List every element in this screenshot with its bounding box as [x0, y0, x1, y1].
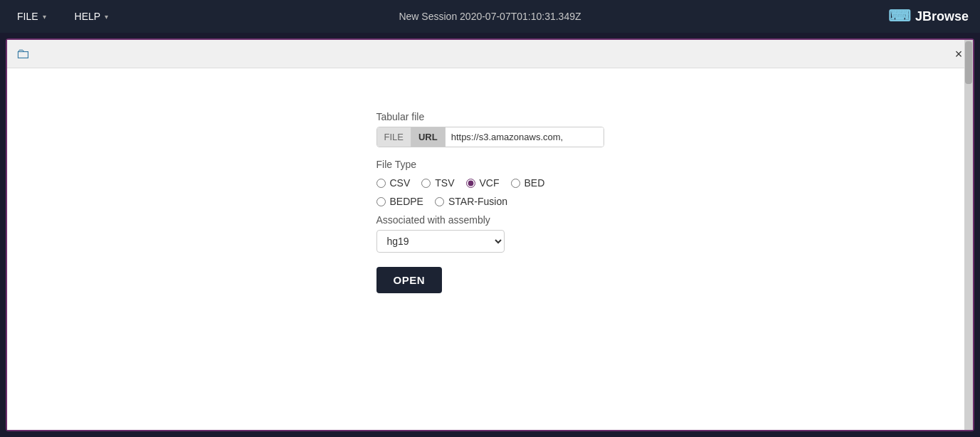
url-tab-button[interactable]: URL: [411, 127, 446, 147]
radio-label-tsv: TSV: [435, 177, 454, 189]
jbrowse-logo: ⌨ JBrowse: [888, 7, 969, 26]
radio-input-bedpe[interactable]: [376, 197, 386, 206]
radio-input-csv[interactable]: [376, 179, 386, 188]
radio-starfusion[interactable]: STAR-Fusion: [435, 196, 507, 207]
radio-label-starfusion: STAR-Fusion: [448, 196, 507, 207]
assembly-label: Associated with assembly: [376, 214, 604, 226]
help-menu-label: HELP: [75, 11, 101, 22]
modal-header: 🗀 ×: [7, 40, 973, 68]
file-type-radio-group-row1: CSV TSV VCF BED: [376, 177, 604, 189]
radio-label-vcf: VCF: [480, 177, 500, 189]
scrollbar-track[interactable]: [964, 40, 973, 430]
app-name: JBrowse: [915, 9, 969, 24]
file-menu-label: FILE: [17, 11, 38, 22]
radio-tsv[interactable]: TSV: [421, 177, 454, 189]
file-type-label: File Type: [376, 159, 604, 170]
file-menu-arrow: ▾: [43, 13, 46, 21]
radio-bedpe[interactable]: BEDPE: [376, 196, 423, 207]
modal-body: Tabular file FILE URL File Type CSV TSV: [7, 68, 973, 430]
radio-input-bed[interactable]: [511, 179, 520, 188]
radio-vcf[interactable]: VCF: [466, 177, 500, 189]
file-menu[interactable]: FILE ▾: [11, 6, 52, 26]
file-type-radio-group-row2: BEDPE STAR-Fusion: [376, 196, 604, 207]
menubar: FILE ▾ HELP ▾ New Session 2020-07-07T01:…: [0, 0, 980, 33]
radio-input-starfusion[interactable]: [435, 197, 444, 206]
radio-label-bed: BED: [525, 177, 545, 189]
tabular-file-label: Tabular file: [376, 111, 604, 122]
radio-input-vcf[interactable]: [466, 179, 475, 188]
menu-left: FILE ▾ HELP ▾: [11, 6, 114, 26]
radio-input-tsv[interactable]: [421, 179, 431, 188]
url-input[interactable]: [446, 127, 604, 147]
help-menu-arrow: ▾: [105, 13, 108, 21]
radio-bed[interactable]: BED: [511, 177, 545, 189]
folder-icon[interactable]: 🗀: [16, 46, 30, 62]
session-title: New Session 2020-07-07T01:10:31.349Z: [399, 11, 581, 22]
radio-label-bedpe: BEDPE: [390, 196, 423, 207]
jbrowse-icon: ⌨: [888, 7, 911, 26]
form-section: Tabular file FILE URL File Type CSV TSV: [376, 111, 604, 293]
radio-label-csv: CSV: [390, 177, 411, 189]
file-url-row: FILE URL: [376, 127, 604, 147]
app-branding: ⌨ JBrowse: [888, 7, 969, 26]
help-menu[interactable]: HELP ▾: [69, 6, 115, 26]
radio-csv[interactable]: CSV: [376, 177, 411, 189]
open-button[interactable]: OPEN: [376, 267, 443, 293]
assembly-select[interactable]: hg19 hg38 mm10: [376, 230, 505, 253]
modal-dialog: 🗀 × Tabular file FILE URL File Type CSV: [6, 38, 974, 431]
file-tab-button[interactable]: FILE: [377, 127, 411, 147]
scrollbar-thumb: [965, 41, 972, 84]
